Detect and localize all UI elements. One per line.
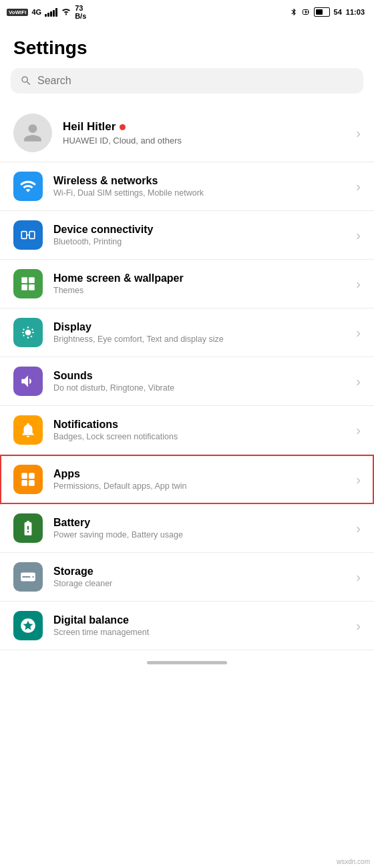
home-screen-icon xyxy=(13,269,43,298)
sounds-icon xyxy=(13,367,43,396)
settings-item-battery[interactable]: Battery Power saving mode, Battery usage… xyxy=(0,504,374,553)
signal-icon xyxy=(45,7,57,17)
avatar xyxy=(13,114,52,152)
chevron-right-icon: › xyxy=(356,423,361,438)
settings-item-wireless[interactable]: Wireless & networks Wi-Fi, Dual SIM sett… xyxy=(0,162,374,211)
device-connectivity-title: Device connectivity xyxy=(53,224,345,236)
chevron-right-icon: › xyxy=(356,126,361,141)
notifications-subtitle: Badges, Lock screen notifications xyxy=(53,432,345,441)
home-indicator xyxy=(0,650,374,671)
profile-name: Heil Hitler xyxy=(63,120,345,134)
apps-title: Apps xyxy=(53,468,345,480)
chevron-right-icon: › xyxy=(356,521,361,536)
status-bar: VoWiFi 4G 73B/s 54 11:03 xyxy=(0,0,374,24)
svg-rect-8 xyxy=(21,284,27,290)
battery-settings-icon xyxy=(13,513,43,543)
bluetooth-icon xyxy=(290,7,298,17)
wireless-title: Wireless & networks xyxy=(53,175,345,187)
profile-info: Heil Hitler HUAWEI ID, Cloud, and others xyxy=(63,120,345,146)
battery-icon xyxy=(314,7,330,17)
network-type: 4G xyxy=(31,8,41,16)
status-left: VoWiFi 4G 73B/s xyxy=(7,4,86,20)
profile-subtitle: HUAWEI ID, Cloud, and others xyxy=(63,136,345,146)
svg-rect-6 xyxy=(21,277,27,283)
settings-list: Wireless & networks Wi-Fi, Dual SIM sett… xyxy=(0,162,374,650)
home-screen-title: Home screen & wallpaper xyxy=(53,272,345,284)
settings-item-storage[interactable]: Storage Storage cleaner › xyxy=(0,553,374,602)
digital-balance-subtitle: Screen time management xyxy=(53,628,345,637)
chevron-right-icon: › xyxy=(356,472,361,487)
wifi-icon xyxy=(61,7,71,17)
svg-rect-12 xyxy=(21,480,27,486)
svg-rect-10 xyxy=(21,473,27,479)
apps-subtitle: Permissions, Default apps, App twin xyxy=(53,481,345,491)
search-icon xyxy=(20,75,32,87)
digital-balance-text: Digital balance Screen time management xyxy=(53,614,345,637)
wireless-subtitle: Wi-Fi, Dual SIM settings, Mobile network xyxy=(53,188,345,198)
search-bar[interactable] xyxy=(11,68,363,93)
home-bar xyxy=(147,661,227,664)
svg-rect-13 xyxy=(29,480,35,486)
network-speed: 73B/s xyxy=(75,4,86,20)
svg-rect-11 xyxy=(29,473,35,479)
battery-text: Battery Power saving mode, Battery usage xyxy=(53,517,345,539)
chevron-right-icon: › xyxy=(356,276,361,292)
storage-title: Storage xyxy=(53,566,345,578)
home-screen-text: Home screen & wallpaper Themes xyxy=(53,272,345,295)
chevron-right-icon: › xyxy=(356,228,361,243)
notifications-title: Notifications xyxy=(53,419,345,431)
vowifi-indicator: VoWiFi xyxy=(7,9,28,16)
settings-item-device-connectivity[interactable]: Device connectivity Bluetooth, Printing … xyxy=(0,211,374,260)
display-subtitle: Brightness, Eye comfort, Text and displa… xyxy=(53,335,345,344)
status-right: 54 11:03 xyxy=(290,7,365,17)
sounds-subtitle: Do not disturb, Ringtone, Vibrate xyxy=(53,383,345,393)
svg-rect-4 xyxy=(29,232,35,239)
chevron-right-icon: › xyxy=(356,374,361,389)
device-connectivity-text: Device connectivity Bluetooth, Printing xyxy=(53,224,345,246)
svg-rect-1 xyxy=(308,11,309,13)
charging-icon xyxy=(302,7,310,17)
time: 11:03 xyxy=(346,8,365,16)
watermark: wsxdn.com xyxy=(337,858,370,865)
storage-subtitle: Storage cleaner xyxy=(53,579,345,588)
apps-icon xyxy=(13,465,43,494)
chevron-right-icon: › xyxy=(356,570,361,585)
digital-balance-icon xyxy=(13,611,43,640)
storage-text: Storage Storage cleaner xyxy=(53,566,345,588)
settings-item-digital-balance[interactable]: Digital balance Screen time management › xyxy=(0,602,374,650)
storage-icon xyxy=(13,562,43,592)
svg-rect-7 xyxy=(29,277,35,283)
profile-section[interactable]: Heil Hitler HUAWEI ID, Cloud, and others… xyxy=(0,104,374,162)
settings-item-sounds[interactable]: Sounds Do not disturb, Ringtone, Vibrate… xyxy=(0,357,374,406)
chevron-right-icon: › xyxy=(356,325,361,341)
notifications-icon xyxy=(13,415,43,445)
svg-rect-3 xyxy=(21,232,27,239)
search-input[interactable] xyxy=(37,75,354,87)
profile-status-dot xyxy=(120,124,126,130)
wireless-icon xyxy=(13,172,43,201)
display-text: Display Brightness, Eye comfort, Text an… xyxy=(53,321,345,344)
battery-level: 54 xyxy=(334,8,342,16)
svg-rect-9 xyxy=(29,284,35,290)
chevron-right-icon: › xyxy=(356,179,361,194)
settings-item-apps[interactable]: Apps Permissions, Default apps, App twin… xyxy=(0,455,374,504)
device-connectivity-icon xyxy=(13,220,43,250)
display-icon xyxy=(13,318,43,347)
sounds-title: Sounds xyxy=(53,370,345,382)
settings-item-display[interactable]: Display Brightness, Eye comfort, Text an… xyxy=(0,308,374,357)
settings-item-home-screen[interactable]: Home screen & wallpaper Themes › xyxy=(0,260,374,308)
svg-marker-2 xyxy=(305,10,307,14)
wireless-text: Wireless & networks Wi-Fi, Dual SIM sett… xyxy=(53,175,345,198)
notifications-text: Notifications Badges, Lock screen notifi… xyxy=(53,419,345,441)
sounds-text: Sounds Do not disturb, Ringtone, Vibrate xyxy=(53,370,345,393)
chevron-right-icon: › xyxy=(356,618,361,634)
display-title: Display xyxy=(53,321,345,333)
device-connectivity-subtitle: Bluetooth, Printing xyxy=(53,237,345,246)
settings-item-notifications[interactable]: Notifications Badges, Lock screen notifi… xyxy=(0,406,374,455)
home-screen-subtitle: Themes xyxy=(53,286,345,295)
battery-title: Battery xyxy=(53,517,345,529)
battery-subtitle: Power saving mode, Battery usage xyxy=(53,530,345,539)
apps-text: Apps Permissions, Default apps, App twin xyxy=(53,468,345,491)
digital-balance-title: Digital balance xyxy=(53,614,345,626)
page-title: Settings xyxy=(0,24,374,68)
